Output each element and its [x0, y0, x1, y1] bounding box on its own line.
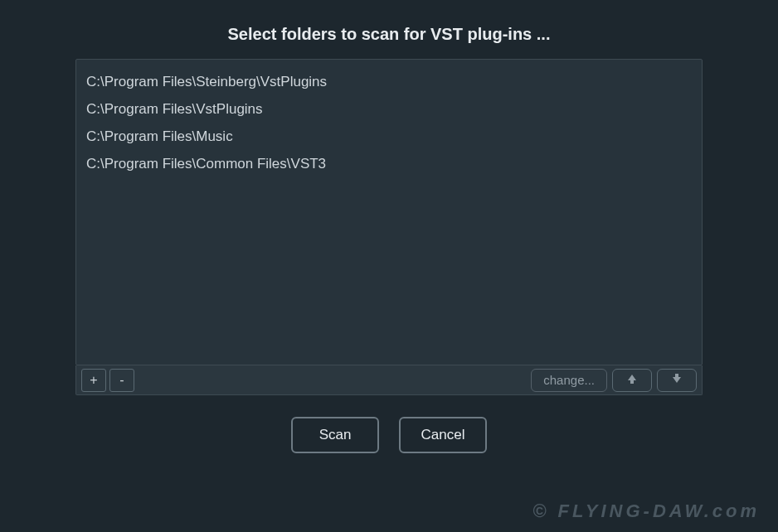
list-item[interactable]: C:\Program Files\VstPlugins: [86, 95, 692, 123]
scan-button[interactable]: Scan: [291, 417, 379, 453]
add-folder-button[interactable]: +: [81, 369, 106, 392]
list-item[interactable]: C:\Program Files\Music: [86, 123, 692, 150]
list-item[interactable]: C:\Program Files\Steinberg\VstPlugins: [86, 68, 692, 95]
move-up-button[interactable]: [612, 369, 652, 392]
remove-folder-button[interactable]: -: [109, 369, 134, 392]
arrow-up-icon: [626, 373, 638, 387]
folder-list[interactable]: C:\Program Files\Steinberg\VstPlugins C:…: [75, 59, 703, 365]
watermark: © FLYING-DAW.com: [532, 501, 760, 522]
list-toolbar: + - change...: [75, 365, 703, 395]
dialog-buttons: Scan Cancel: [0, 417, 778, 453]
move-down-button[interactable]: [657, 369, 697, 392]
change-button[interactable]: change...: [531, 369, 607, 392]
arrow-down-icon: [671, 373, 683, 387]
cancel-button[interactable]: Cancel: [399, 417, 487, 453]
dialog-title: Select folders to scan for VST plug-ins …: [0, 0, 778, 59]
list-item[interactable]: C:\Program Files\Common Files\VST3: [86, 150, 692, 177]
